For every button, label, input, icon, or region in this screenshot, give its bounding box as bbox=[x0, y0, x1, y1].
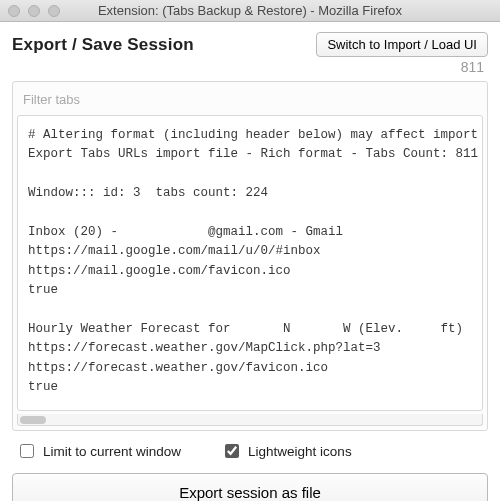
limit-current-window-checkbox[interactable]: Limit to current window bbox=[16, 441, 181, 461]
export-session-button[interactable]: Export session as file bbox=[12, 473, 488, 501]
lightweight-icons-label: Lightweight icons bbox=[248, 444, 352, 459]
tab-count: 811 bbox=[12, 59, 488, 75]
window-controls bbox=[8, 5, 60, 17]
export-panel bbox=[12, 81, 488, 431]
export-textarea[interactable] bbox=[17, 115, 483, 411]
page-title: Export / Save Session bbox=[12, 35, 194, 55]
limit-current-window-label: Limit to current window bbox=[43, 444, 181, 459]
horizontal-scrollbar[interactable] bbox=[17, 414, 483, 426]
header-row: Export / Save Session Switch to Import /… bbox=[12, 32, 488, 57]
filter-tabs-input[interactable] bbox=[17, 86, 483, 113]
limit-current-window-input[interactable] bbox=[20, 444, 34, 458]
options-row: Limit to current window Lightweight icon… bbox=[12, 431, 488, 473]
minimize-icon[interactable] bbox=[28, 5, 40, 17]
lightweight-icons-checkbox[interactable]: Lightweight icons bbox=[221, 441, 352, 461]
scrollbar-thumb[interactable] bbox=[20, 416, 46, 424]
window-titlebar: Extension: (Tabs Backup & Restore) - Moz… bbox=[0, 0, 500, 22]
lightweight-icons-input[interactable] bbox=[225, 444, 239, 458]
window-title: Extension: (Tabs Backup & Restore) - Moz… bbox=[0, 3, 500, 18]
zoom-icon[interactable] bbox=[48, 5, 60, 17]
close-icon[interactable] bbox=[8, 5, 20, 17]
export-text-wrap bbox=[17, 115, 483, 426]
page-content: Export / Save Session Switch to Import /… bbox=[0, 22, 500, 501]
switch-mode-button[interactable]: Switch to Import / Load UI bbox=[316, 32, 488, 57]
